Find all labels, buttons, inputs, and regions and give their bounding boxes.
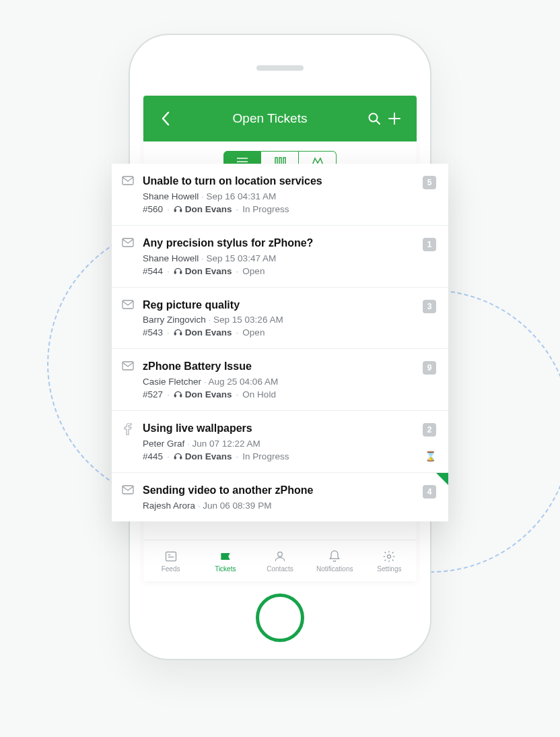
agent-name: Don Evans xyxy=(185,327,232,338)
svg-rect-25 xyxy=(174,395,176,397)
mail-icon xyxy=(121,484,135,511)
page-title: Open Tickets xyxy=(176,111,364,126)
nav-settings[interactable]: Settings xyxy=(362,540,417,581)
ticket-timestamp: Sep 15 03:26 AM xyxy=(213,315,283,325)
ticket-requester: Shane Howell xyxy=(143,191,199,201)
ticket-id: #543 xyxy=(143,327,163,338)
mail-icon xyxy=(121,360,135,399)
search-button[interactable] xyxy=(364,112,384,125)
ticket-title: Sending video to another zPhone xyxy=(143,484,415,498)
separator: · xyxy=(201,377,209,387)
svg-rect-29 xyxy=(123,486,133,494)
svg-rect-23 xyxy=(180,333,182,335)
ticket-detail-line: #445·Don Evans·In Progress xyxy=(143,451,415,461)
ticket-id: #560 xyxy=(143,204,163,214)
ticket-body: Unable to turn on location servicesShane… xyxy=(143,174,415,214)
ticket-meta-line: Rajesh Arora · Jun 06 08:39 PM xyxy=(143,501,415,511)
ticket-requester: Peter Graf xyxy=(143,439,184,449)
separator: · xyxy=(167,266,170,276)
ticket-row[interactable]: Using live wallpapersPeter Graf · Jun 07… xyxy=(112,411,448,473)
ticket-detail-line: #560·Don Evans·In Progress xyxy=(143,204,415,214)
svg-rect-27 xyxy=(174,457,176,459)
ticket-row[interactable]: Unable to turn on location servicesShane… xyxy=(112,164,448,226)
app-header: Open Tickets xyxy=(143,96,417,141)
svg-rect-19 xyxy=(174,271,176,274)
separator: · xyxy=(199,253,206,263)
ticket-requester: Barry Zingovich xyxy=(143,315,206,325)
ticket-count-badge: 2 xyxy=(423,423,436,437)
nav-tickets[interactable]: Tickets xyxy=(198,540,252,581)
nav-feeds[interactable]: Feeds xyxy=(143,540,198,581)
ticket-status: In Progress xyxy=(242,204,289,214)
svg-rect-26 xyxy=(180,395,182,397)
svg-rect-15 xyxy=(123,177,133,185)
svg-point-13 xyxy=(278,552,283,556)
separator: · xyxy=(236,389,239,399)
separator: · xyxy=(167,389,170,399)
ticket-title: Reg picture quality xyxy=(143,298,415,313)
ticket-title: zPhone Battery Issue xyxy=(143,360,415,374)
ticket-body: Any precision stylus for zPhone?Shane Ho… xyxy=(143,236,415,276)
ticket-status: Open xyxy=(242,266,265,276)
ticket-body: Sending video to another zPhoneRajesh Ar… xyxy=(143,484,415,511)
svg-rect-17 xyxy=(180,210,182,212)
mail-icon xyxy=(121,298,135,338)
ticket-id: #544 xyxy=(143,266,163,276)
ticket-count-badge: 4 xyxy=(423,485,436,499)
ticket-row[interactable]: Any precision stylus for zPhone?Shane Ho… xyxy=(112,226,448,288)
ticket-requester: Casie Fletcher xyxy=(143,377,201,387)
ticket-meta-line: Casie Fletcher · Aug 25 04:06 AM xyxy=(143,377,415,387)
ticket-row[interactable]: zPhone Battery IssueCasie Fletcher · Aug… xyxy=(112,349,448,411)
ticket-id: #445 xyxy=(143,451,163,461)
ticket-meta-line: Barry Zingovich · Sep 15 03:26 AM xyxy=(143,315,415,325)
svg-rect-21 xyxy=(123,300,133,309)
ticket-requester: Rajesh Arora xyxy=(143,501,195,511)
ticket-title: Using live wallpapers xyxy=(143,422,415,436)
facebook-icon xyxy=(121,422,135,461)
svg-rect-22 xyxy=(174,333,176,335)
bottom-nav: Feeds Tickets Contacts Notifications Set… xyxy=(143,540,417,581)
agent-name: Don Evans xyxy=(185,389,232,399)
agent-name: Don Evans xyxy=(185,204,232,214)
separator: · xyxy=(236,204,239,214)
ticket-count-badge: 1 xyxy=(423,238,436,251)
separator: · xyxy=(236,327,239,338)
separator: · xyxy=(199,191,206,201)
add-button[interactable] xyxy=(384,111,405,126)
svg-rect-24 xyxy=(123,362,133,370)
ticket-timestamp: Sep 16 04:31 AM xyxy=(207,191,277,201)
ticket-agent: Don Evans xyxy=(174,451,232,461)
ticket-timestamp: Jun 07 12:22 AM xyxy=(193,439,260,449)
nav-notifications[interactable]: Notifications xyxy=(308,540,362,581)
svg-line-1 xyxy=(376,121,380,124)
ticket-timestamp: Aug 25 04:06 AM xyxy=(209,377,279,387)
ticket-list: Unable to turn on location servicesShane… xyxy=(112,164,448,521)
nav-label: Feeds xyxy=(162,565,180,573)
ticket-meta-line: Peter Graf · Jun 07 12:22 AM xyxy=(143,439,415,449)
back-button[interactable] xyxy=(155,111,176,126)
ticket-count-badge: 5 xyxy=(423,176,436,189)
nav-label: Tickets xyxy=(215,565,236,573)
overdue-hourglass-icon: ⌛ xyxy=(425,451,436,461)
phone-home-button xyxy=(256,594,304,642)
ticket-meta-line: Shane Howell · Sep 16 04:31 AM xyxy=(143,191,415,201)
ticket-status: In Progress xyxy=(242,451,289,461)
ticket-title: Unable to turn on location services xyxy=(143,174,415,189)
flag-corner-icon xyxy=(436,473,448,485)
svg-point-14 xyxy=(388,554,391,558)
mail-icon xyxy=(121,174,135,214)
ticket-detail-line: #543·Don Evans·Open xyxy=(143,327,415,338)
mail-icon xyxy=(121,236,135,276)
separator: · xyxy=(184,439,192,449)
ticket-row[interactable]: Sending video to another zPhoneRajesh Ar… xyxy=(112,473,448,521)
ticket-timestamp: Jun 06 08:39 PM xyxy=(203,501,271,511)
separator: · xyxy=(236,266,239,276)
ticket-detail-line: #527·Don Evans·On Hold xyxy=(143,389,415,399)
ticket-status: Open xyxy=(242,327,265,338)
ticket-body: Reg picture qualityBarry Zingovich · Sep… xyxy=(143,298,415,338)
ticket-row[interactable]: Reg picture qualityBarry Zingovich · Sep… xyxy=(112,288,448,350)
ticket-count-badge: 9 xyxy=(423,361,436,375)
agent-name: Don Evans xyxy=(185,451,232,461)
separator: · xyxy=(236,451,239,461)
nav-contacts[interactable]: Contacts xyxy=(252,540,307,581)
